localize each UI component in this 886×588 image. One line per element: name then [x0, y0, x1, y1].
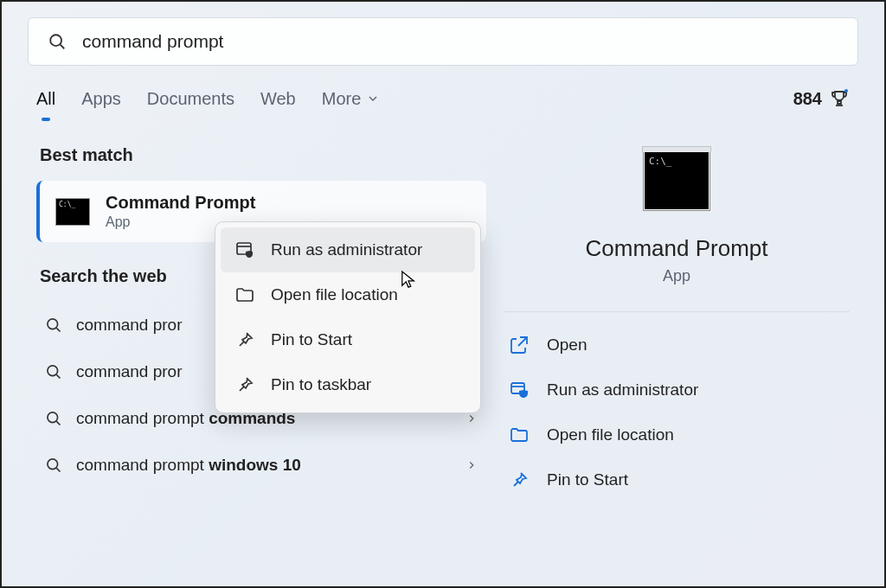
search-icon — [45, 316, 62, 334]
suggestion-text: command pror — [76, 316, 183, 334]
rewards-points[interactable]: 884 — [793, 88, 850, 119]
open-external-icon — [509, 335, 530, 355]
preview-header: Command Prompt App — [504, 145, 850, 285]
best-match-heading: Best match — [36, 145, 486, 165]
ctx-pin-to-taskbar[interactable]: Pin to taskbar — [221, 362, 475, 407]
command-prompt-icon — [55, 198, 90, 226]
preview-title: Command Prompt — [586, 235, 768, 262]
ctx-label: Pin to Start — [271, 330, 352, 349]
svg-line-4 — [56, 328, 60, 331]
ctx-pin-to-start[interactable]: Pin to Start — [221, 317, 475, 362]
tab-apps[interactable]: Apps — [81, 89, 121, 119]
svg-point-3 — [48, 319, 58, 329]
tab-documents[interactable]: Documents — [147, 89, 234, 119]
filter-tabs-row: All Apps Documents Web More 884 — [36, 88, 850, 119]
action-label: Open file location — [547, 425, 674, 444]
pin-icon — [509, 470, 530, 490]
pin-icon — [234, 374, 255, 395]
action-open-file-location[interactable]: Open file location — [504, 412, 850, 457]
svg-line-1 — [61, 45, 65, 49]
tab-all[interactable]: All — [36, 89, 55, 119]
preview-panel: Command Prompt App Open Run as administr… — [486, 145, 884, 502]
trophy-icon — [829, 88, 850, 109]
action-run-as-admin[interactable]: Run as administrator — [504, 368, 850, 412]
rewards-points-value: 884 — [793, 89, 822, 109]
action-open[interactable]: Open — [504, 323, 850, 368]
svg-line-10 — [56, 468, 60, 471]
tab-more-label: More — [322, 89, 362, 109]
search-bar[interactable] — [28, 17, 858, 66]
svg-point-2 — [844, 89, 848, 93]
svg-point-5 — [48, 366, 58, 376]
mouse-cursor — [401, 270, 416, 291]
web-suggestion[interactable]: command prompt windows 10 — [36, 442, 486, 489]
context-menu: Run as administrator Open file location … — [215, 221, 481, 413]
tab-web[interactable]: Web — [260, 89, 296, 119]
folder-icon — [234, 284, 255, 305]
svg-line-6 — [56, 374, 60, 378]
tab-more[interactable]: More — [322, 89, 381, 119]
folder-icon — [509, 425, 530, 445]
action-label: Pin to Start — [547, 470, 628, 489]
divider — [504, 311, 850, 312]
action-pin-to-start[interactable]: Pin to Start — [504, 457, 850, 502]
action-label: Open — [547, 336, 587, 355]
content-area: Best match Command Prompt App Search the… — [2, 145, 884, 502]
search-input[interactable] — [82, 31, 838, 52]
results-column: Best match Command Prompt App Search the… — [2, 145, 486, 502]
action-label: Run as administrator — [547, 380, 698, 399]
chevron-down-icon — [366, 92, 380, 105]
suggestion-text: command prompt — [76, 409, 209, 427]
filter-tabs: All Apps Documents Web More — [36, 89, 793, 119]
svg-point-0 — [50, 35, 61, 46]
svg-line-8 — [56, 421, 60, 425]
ctx-run-as-admin[interactable]: Run as administrator — [221, 227, 475, 272]
admin-app-icon — [234, 240, 255, 260]
suggestion-text: command prompt — [76, 456, 209, 474]
chevron-right-icon — [465, 412, 478, 425]
search-icon — [48, 32, 67, 51]
suggestion-text: command pror — [76, 362, 183, 380]
svg-point-7 — [48, 412, 58, 423]
suggestion-bold: windows 10 — [209, 456, 301, 474]
search-icon — [45, 363, 62, 380]
ctx-label: Open file location — [271, 285, 398, 304]
preview-subtitle: App — [663, 267, 690, 285]
svg-point-9 — [48, 459, 58, 470]
ctx-open-file-location[interactable]: Open file location — [221, 272, 475, 317]
admin-app-icon — [509, 380, 530, 400]
ctx-label: Pin to taskbar — [271, 375, 371, 394]
search-icon — [45, 410, 62, 427]
pin-icon — [234, 329, 255, 350]
search-icon — [45, 457, 62, 474]
best-match-title: Command Prompt — [106, 193, 255, 213]
command-prompt-icon — [643, 150, 710, 211]
chevron-right-icon — [465, 459, 478, 471]
ctx-label: Run as administrator — [271, 240, 422, 259]
